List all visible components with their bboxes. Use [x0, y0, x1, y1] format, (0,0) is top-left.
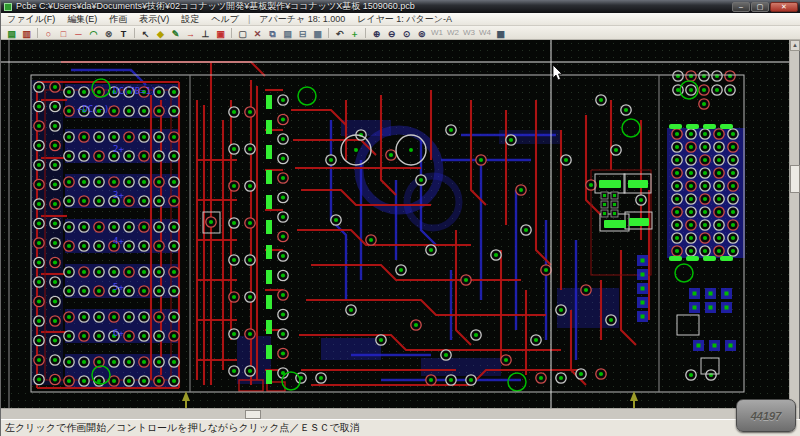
pcb-pad-hole — [474, 333, 478, 337]
paste-icon[interactable]: ▤ — [281, 27, 294, 39]
close-button[interactable]: ✕ — [770, 2, 798, 12]
pcb-red-trace — [456, 230, 471, 345]
menu-bar: ファイル(F) 編集(E) 作画 表示(V) 設定 ヘルプ | アパーチャ 18… — [1, 13, 800, 26]
scroll-up-button[interactable]: ▲ — [790, 40, 800, 51]
edit-tool-icon[interactable]: ✎ — [169, 27, 182, 39]
pcb-pad-hole — [717, 210, 721, 214]
pcb-pad-hole — [544, 268, 548, 272]
pcb-pad-hole — [127, 225, 131, 229]
text-tool-icon[interactable]: T — [117, 27, 130, 39]
pcb-pad-hole — [37, 143, 41, 147]
pcb-pad-hole — [37, 358, 41, 362]
zoom-fit-icon[interactable]: ⊚ — [415, 27, 428, 39]
horizontal-scroll-thumb[interactable] — [245, 410, 261, 419]
pcb-mount-hole — [508, 373, 526, 391]
pcb-smd-pad — [629, 218, 649, 226]
select-tool-icon[interactable]: ↖ — [139, 27, 152, 39]
pcb-pad-hole — [82, 154, 86, 158]
vertical-scrollbar[interactable]: ▲ — [789, 40, 799, 408]
diamond-tool-icon[interactable]: ◆ — [154, 27, 167, 39]
pcb-pad-hole — [717, 158, 721, 162]
origin-icon[interactable]: ＋ — [348, 27, 361, 39]
pcb-pad-hole — [232, 184, 236, 188]
pcb-pad-hole — [281, 98, 285, 102]
pcb-pad-hole — [248, 147, 252, 151]
layer-status: レイヤー 1: パターン-A — [351, 13, 458, 26]
pcb-pad-hole — [675, 132, 679, 136]
pcb-pad-hole — [97, 270, 101, 274]
menu-help[interactable]: ヘルプ — [205, 13, 245, 26]
cut-icon[interactable]: ✕ — [251, 27, 264, 39]
pcb-pad-hole — [703, 236, 707, 240]
pcb-silkscreen-text: 5+ — [113, 282, 124, 292]
fill-tool-icon[interactable]: ▣ — [214, 27, 227, 39]
pcb-mount-hole — [622, 119, 640, 137]
menu-edit[interactable]: 編集(E) — [61, 13, 103, 26]
duplicate-icon[interactable]: ⊟ — [296, 27, 309, 39]
pcb-pad-hole — [281, 176, 285, 180]
app-icon — [4, 3, 12, 11]
pcb-pad-hole — [157, 199, 161, 203]
layer-panel-icon[interactable]: ▦ — [494, 27, 507, 39]
pcb-canvas[interactable]: DC(7B=1)+DC(-)2+3+4+5+6+ — [1, 40, 791, 408]
pcb-square-pad-hole — [641, 259, 645, 263]
mouse-cursor — [553, 65, 562, 80]
pcb-pad-hole — [37, 85, 41, 89]
pcb-pad-hole — [599, 372, 603, 376]
pcb-pad-hole — [82, 334, 86, 338]
pcb-square-pad-hole — [725, 306, 729, 310]
pcb-blue-fill — [421, 358, 501, 376]
pcb-pad-hole — [389, 153, 393, 157]
maximize-button[interactable]: ▢ — [751, 2, 769, 12]
pcb-pad-hole — [157, 379, 161, 383]
pcb-pad-hole — [97, 334, 101, 338]
arc-tool-icon[interactable]: ◠ — [87, 27, 100, 39]
move-tool-icon[interactable]: → — [184, 27, 197, 39]
pcb-pad-hole — [37, 319, 41, 323]
pcb-pad-hole — [157, 289, 161, 293]
minimize-button[interactable]: – — [732, 2, 750, 12]
pcb-pad-hole — [82, 270, 86, 274]
pcb-pad-hole — [53, 163, 57, 167]
redraw-icon[interactable]: ↶ — [333, 27, 346, 39]
menu-view[interactable]: 表示(V) — [133, 13, 175, 26]
menu-draw[interactable]: 作画 — [103, 13, 133, 26]
pcb-pad-hole — [142, 334, 146, 338]
line-tool-icon[interactable]: ─ — [72, 27, 85, 39]
pcb-pad-hole — [172, 289, 176, 293]
menu-settings[interactable]: 設定 — [175, 13, 205, 26]
copy-icon[interactable]: ⧉ — [266, 27, 279, 39]
pcb-pad-hole — [157, 334, 161, 338]
toolbar-separator — [328, 28, 329, 38]
pcb-square-pad-hole — [709, 306, 713, 310]
zoom-in-icon[interactable]: ⊕ — [370, 27, 383, 39]
properties-icon[interactable]: ▦ — [311, 27, 324, 39]
zoom-out-icon[interactable]: ⊖ — [385, 27, 398, 39]
pcb-pad-hole — [689, 210, 693, 214]
horizontal-scrollbar[interactable] — [1, 408, 791, 419]
circle-tool-icon[interactable]: ○ — [42, 27, 55, 39]
pcb-pad-hole — [53, 260, 57, 264]
pcb-pad-hole — [157, 270, 161, 274]
pcb-pad-hole — [142, 154, 146, 158]
menu-file[interactable]: ファイル(F) — [1, 13, 61, 26]
pcb-pad-hole — [232, 147, 236, 151]
save-icon[interactable]: ▥ — [20, 27, 33, 39]
pcb-red-trace — [291, 110, 346, 125]
pcb-pad-hole — [157, 315, 161, 319]
pcb-pad-hole — [112, 379, 116, 383]
rect-tool-icon[interactable]: □ — [57, 27, 70, 39]
pcb-small-pad-hole — [613, 203, 616, 206]
via-tool-icon[interactable]: ⊥ — [199, 27, 212, 39]
zoom-area-icon[interactable]: ⊙ — [400, 27, 413, 39]
pcb-smd-pad — [604, 220, 626, 228]
vertical-scroll-thumb[interactable] — [790, 165, 800, 193]
pcb-pad-hole — [67, 270, 71, 274]
pcb-pad-hole — [675, 236, 679, 240]
new-file-icon[interactable]: ▤ — [5, 27, 18, 39]
overlay-button[interactable]: 44197 — [736, 399, 796, 432]
pcb-pad-hole — [127, 180, 131, 184]
pcb-pad-hole — [703, 210, 707, 214]
pad-tool-icon[interactable]: ⊗ — [102, 27, 115, 39]
area-select-icon[interactable]: ▢ — [236, 27, 249, 39]
